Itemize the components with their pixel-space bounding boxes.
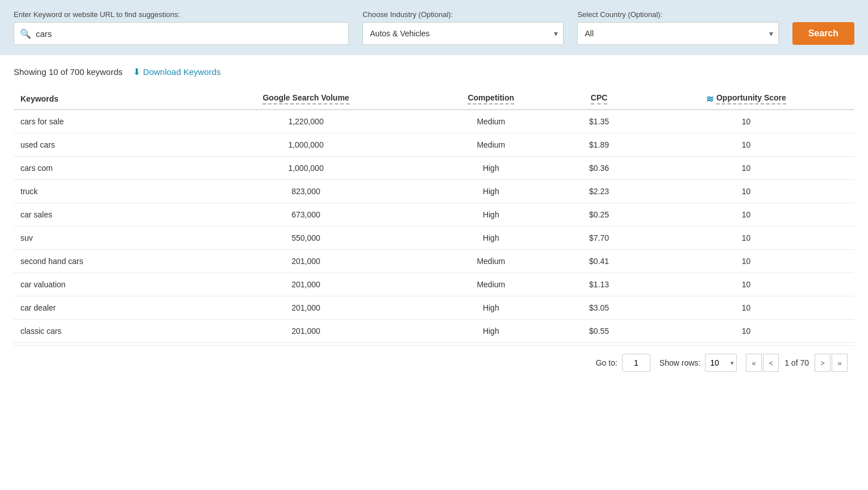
cell-competition: High xyxy=(422,320,560,343)
cell-keyword: car valuation xyxy=(14,273,190,296)
cell-score: 10 xyxy=(638,203,854,227)
goto-label: Go to: xyxy=(596,358,617,367)
col-competition: Competition xyxy=(422,87,560,110)
keyword-input[interactable] xyxy=(36,29,343,39)
rows-select[interactable]: 10 25 50 100 xyxy=(705,354,737,372)
col-opportunity: ≋ Opportunity Score xyxy=(638,87,854,110)
cell-keyword: classic cars xyxy=(14,320,190,343)
col-cpc: CPC xyxy=(560,87,637,110)
cell-score: 10 xyxy=(638,227,854,250)
cell-cpc: $7.70 xyxy=(560,227,637,250)
cell-volume: 823,000 xyxy=(190,180,422,203)
cell-keyword: car dealer xyxy=(14,296,190,320)
country-section: Select Country (Optional): All United St… xyxy=(577,10,778,45)
cell-score: 10 xyxy=(638,157,854,180)
table-row: cars com 1,000,000 High $0.36 10 xyxy=(14,157,854,180)
cell-cpc: $2.23 xyxy=(560,180,637,203)
cell-volume: 673,000 xyxy=(190,203,422,227)
cell-competition: Medium xyxy=(422,133,560,157)
cell-volume: 201,000 xyxy=(190,296,422,320)
cell-cpc: $1.35 xyxy=(560,110,637,133)
cell-competition: Medium xyxy=(422,250,560,273)
cell-competition: High xyxy=(422,157,560,180)
col-volume: Google Search Volume xyxy=(190,87,422,110)
industry-dropdown-wrap: Autos & Vehicles All Industries Business… xyxy=(362,22,564,45)
table-row: car sales 673,000 High $0.25 10 xyxy=(14,203,854,227)
cell-score: 10 xyxy=(638,133,854,157)
cell-keyword: second hand cars xyxy=(14,250,190,273)
waves-icon: ≋ xyxy=(706,94,713,104)
cell-score: 10 xyxy=(638,110,854,133)
cell-volume: 1,000,000 xyxy=(190,157,422,180)
cell-volume: 1,220,000 xyxy=(190,110,422,133)
keyword-section: Enter Keyword or website URL to find sug… xyxy=(14,10,349,45)
cell-cpc: $0.25 xyxy=(560,203,637,227)
cell-keyword: car sales xyxy=(14,203,190,227)
keywords-table: Keywords Google Search Volume Competitio… xyxy=(14,87,854,343)
prev-page-button[interactable]: < xyxy=(763,354,779,372)
showrows-section: Show rows: 10 25 50 100 xyxy=(660,354,737,372)
table-row: used cars 1,000,000 Medium $1.89 10 xyxy=(14,133,854,157)
pagination-row: Go to: Show rows: 10 25 50 100 « < 1 of … xyxy=(14,345,854,380)
summary-text: Showing 10 of 700 keywords xyxy=(14,67,123,77)
cell-score: 10 xyxy=(638,180,854,203)
industry-label: Choose Industry (Optional): xyxy=(362,10,564,19)
rows-select-wrap: 10 25 50 100 xyxy=(705,354,737,372)
cell-cpc: $1.89 xyxy=(560,133,637,157)
table-row: second hand cars 201,000 Medium $0.41 10 xyxy=(14,250,854,273)
cell-volume: 201,000 xyxy=(190,320,422,343)
cell-cpc: $1.13 xyxy=(560,273,637,296)
main-content: Showing 10 of 700 keywords ⬇ Download Ke… xyxy=(0,55,868,391)
cell-volume: 550,000 xyxy=(190,227,422,250)
page-nav: « < 1 of 70 > » xyxy=(746,354,848,372)
industry-section: Choose Industry (Optional): Autos & Vehi… xyxy=(362,10,564,45)
download-keywords-link[interactable]: ⬇ Download Keywords xyxy=(133,66,221,77)
table-row: cars for sale 1,220,000 Medium $1.35 10 xyxy=(14,110,854,133)
cell-score: 10 xyxy=(638,320,854,343)
summary-row: Showing 10 of 700 keywords ⬇ Download Ke… xyxy=(14,66,854,77)
cell-cpc: $3.05 xyxy=(560,296,637,320)
cell-cpc: $0.36 xyxy=(560,157,637,180)
next-page-button[interactable]: > xyxy=(815,354,831,372)
keyword-input-wrap: 🔍 xyxy=(14,22,349,45)
search-button[interactable]: Search xyxy=(792,22,854,45)
cell-score: 10 xyxy=(638,273,854,296)
goto-input[interactable] xyxy=(622,354,650,372)
showrows-label: Show rows: xyxy=(660,358,700,367)
cell-score: 10 xyxy=(638,296,854,320)
cell-keyword: suv xyxy=(14,227,190,250)
cell-competition: High xyxy=(422,227,560,250)
cell-volume: 201,000 xyxy=(190,250,422,273)
country-dropdown-wrap: All United States United Kingdom Canada … xyxy=(577,22,778,45)
cell-competition: High xyxy=(422,203,560,227)
table-body: cars for sale 1,220,000 Medium $1.35 10 … xyxy=(14,110,854,343)
table-row: suv 550,000 High $7.70 10 xyxy=(14,227,854,250)
cell-volume: 1,000,000 xyxy=(190,133,422,157)
cell-keyword: cars for sale xyxy=(14,110,190,133)
cell-keyword: used cars xyxy=(14,133,190,157)
cell-competition: High xyxy=(422,180,560,203)
cell-keyword: truck xyxy=(14,180,190,203)
cell-cpc: $0.55 xyxy=(560,320,637,343)
cell-keyword: cars com xyxy=(14,157,190,180)
search-header: Enter Keyword or website URL to find sug… xyxy=(0,0,868,55)
table-row: truck 823,000 High $2.23 10 xyxy=(14,180,854,203)
country-label: Select Country (Optional): xyxy=(577,10,778,19)
cell-cpc: $0.41 xyxy=(560,250,637,273)
download-label: Download Keywords xyxy=(143,67,221,77)
cell-competition: High xyxy=(422,296,560,320)
last-page-button[interactable]: » xyxy=(832,354,848,372)
industry-select[interactable]: Autos & Vehicles All Industries Business… xyxy=(362,22,564,45)
download-icon: ⬇ xyxy=(133,66,140,77)
first-page-button[interactable]: « xyxy=(746,354,762,372)
table-row: car dealer 201,000 High $3.05 10 xyxy=(14,296,854,320)
cell-competition: Medium xyxy=(422,110,560,133)
country-select[interactable]: All United States United Kingdom Canada … xyxy=(577,22,778,45)
table-row: classic cars 201,000 High $0.55 10 xyxy=(14,320,854,343)
keyword-label: Enter Keyword or website URL to find sug… xyxy=(14,10,349,19)
cell-volume: 201,000 xyxy=(190,273,422,296)
cell-score: 10 xyxy=(638,250,854,273)
table-row: car valuation 201,000 Medium $1.13 10 xyxy=(14,273,854,296)
col-keywords: Keywords xyxy=(14,87,190,110)
table-header-row: Keywords Google Search Volume Competitio… xyxy=(14,87,854,110)
